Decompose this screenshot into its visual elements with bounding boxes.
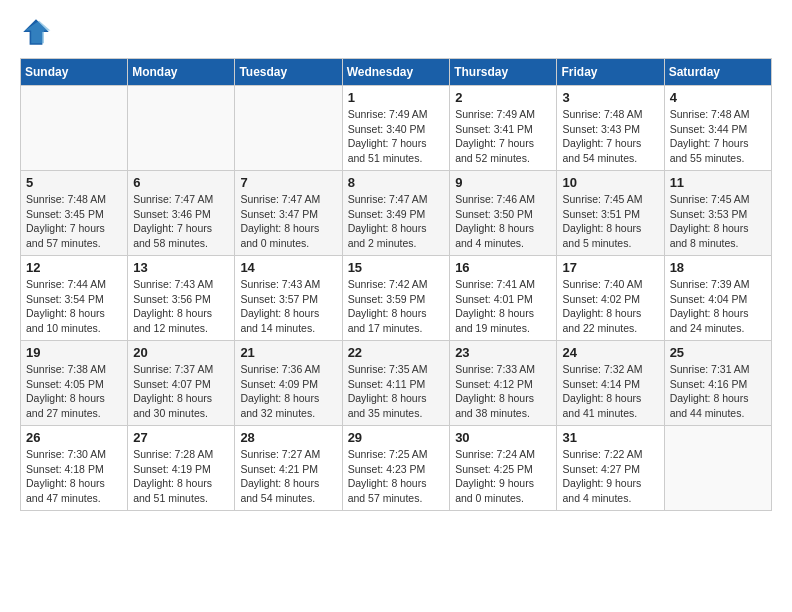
week-row-3: 12Sunrise: 7:44 AM Sunset: 3:54 PM Dayli… [21, 256, 772, 341]
day-info: Sunrise: 7:45 AM Sunset: 3:53 PM Dayligh… [670, 192, 766, 251]
day-cell: 10Sunrise: 7:45 AM Sunset: 3:51 PM Dayli… [557, 171, 664, 256]
day-cell: 18Sunrise: 7:39 AM Sunset: 4:04 PM Dayli… [664, 256, 771, 341]
day-header-thursday: Thursday [450, 59, 557, 86]
week-row-4: 19Sunrise: 7:38 AM Sunset: 4:05 PM Dayli… [21, 341, 772, 426]
day-cell: 23Sunrise: 7:33 AM Sunset: 4:12 PM Dayli… [450, 341, 557, 426]
day-cell: 19Sunrise: 7:38 AM Sunset: 4:05 PM Dayli… [21, 341, 128, 426]
week-row-1: 1Sunrise: 7:49 AM Sunset: 3:40 PM Daylig… [21, 86, 772, 171]
day-number: 9 [455, 175, 551, 190]
day-number: 19 [26, 345, 122, 360]
day-cell: 29Sunrise: 7:25 AM Sunset: 4:23 PM Dayli… [342, 426, 450, 511]
day-cell: 6Sunrise: 7:47 AM Sunset: 3:46 PM Daylig… [128, 171, 235, 256]
day-number: 11 [670, 175, 766, 190]
day-cell: 30Sunrise: 7:24 AM Sunset: 4:25 PM Dayli… [450, 426, 557, 511]
day-cell [235, 86, 342, 171]
day-number: 5 [26, 175, 122, 190]
day-info: Sunrise: 7:43 AM Sunset: 3:57 PM Dayligh… [240, 277, 336, 336]
day-number: 10 [562, 175, 658, 190]
day-cell: 31Sunrise: 7:22 AM Sunset: 4:27 PM Dayli… [557, 426, 664, 511]
day-cell: 21Sunrise: 7:36 AM Sunset: 4:09 PM Dayli… [235, 341, 342, 426]
day-cell: 17Sunrise: 7:40 AM Sunset: 4:02 PM Dayli… [557, 256, 664, 341]
day-info: Sunrise: 7:37 AM Sunset: 4:07 PM Dayligh… [133, 362, 229, 421]
day-number: 12 [26, 260, 122, 275]
day-info: Sunrise: 7:32 AM Sunset: 4:14 PM Dayligh… [562, 362, 658, 421]
day-info: Sunrise: 7:48 AM Sunset: 3:45 PM Dayligh… [26, 192, 122, 251]
day-number: 1 [348, 90, 445, 105]
day-number: 6 [133, 175, 229, 190]
day-info: Sunrise: 7:35 AM Sunset: 4:11 PM Dayligh… [348, 362, 445, 421]
day-cell: 26Sunrise: 7:30 AM Sunset: 4:18 PM Dayli… [21, 426, 128, 511]
day-cell [664, 426, 771, 511]
day-number: 31 [562, 430, 658, 445]
day-cell: 7Sunrise: 7:47 AM Sunset: 3:47 PM Daylig… [235, 171, 342, 256]
day-header-friday: Friday [557, 59, 664, 86]
logo [20, 16, 56, 48]
day-info: Sunrise: 7:48 AM Sunset: 3:44 PM Dayligh… [670, 107, 766, 166]
day-number: 30 [455, 430, 551, 445]
calendar-table: SundayMondayTuesdayWednesdayThursdayFrid… [20, 58, 772, 511]
day-number: 7 [240, 175, 336, 190]
day-info: Sunrise: 7:47 AM Sunset: 3:47 PM Dayligh… [240, 192, 336, 251]
day-number: 4 [670, 90, 766, 105]
day-info: Sunrise: 7:48 AM Sunset: 3:43 PM Dayligh… [562, 107, 658, 166]
days-header-row: SundayMondayTuesdayWednesdayThursdayFrid… [21, 59, 772, 86]
day-number: 28 [240, 430, 336, 445]
day-number: 25 [670, 345, 766, 360]
day-number: 24 [562, 345, 658, 360]
day-header-tuesday: Tuesday [235, 59, 342, 86]
day-header-saturday: Saturday [664, 59, 771, 86]
day-number: 8 [348, 175, 445, 190]
day-cell: 2Sunrise: 7:49 AM Sunset: 3:41 PM Daylig… [450, 86, 557, 171]
day-info: Sunrise: 7:36 AM Sunset: 4:09 PM Dayligh… [240, 362, 336, 421]
day-number: 2 [455, 90, 551, 105]
day-cell: 13Sunrise: 7:43 AM Sunset: 3:56 PM Dayli… [128, 256, 235, 341]
day-info: Sunrise: 7:40 AM Sunset: 4:02 PM Dayligh… [562, 277, 658, 336]
day-info: Sunrise: 7:42 AM Sunset: 3:59 PM Dayligh… [348, 277, 445, 336]
day-info: Sunrise: 7:43 AM Sunset: 3:56 PM Dayligh… [133, 277, 229, 336]
day-info: Sunrise: 7:33 AM Sunset: 4:12 PM Dayligh… [455, 362, 551, 421]
day-info: Sunrise: 7:47 AM Sunset: 3:49 PM Dayligh… [348, 192, 445, 251]
day-cell: 11Sunrise: 7:45 AM Sunset: 3:53 PM Dayli… [664, 171, 771, 256]
day-cell: 28Sunrise: 7:27 AM Sunset: 4:21 PM Dayli… [235, 426, 342, 511]
day-header-sunday: Sunday [21, 59, 128, 86]
day-cell: 25Sunrise: 7:31 AM Sunset: 4:16 PM Dayli… [664, 341, 771, 426]
day-info: Sunrise: 7:45 AM Sunset: 3:51 PM Dayligh… [562, 192, 658, 251]
day-number: 17 [562, 260, 658, 275]
day-info: Sunrise: 7:27 AM Sunset: 4:21 PM Dayligh… [240, 447, 336, 506]
day-info: Sunrise: 7:49 AM Sunset: 3:41 PM Dayligh… [455, 107, 551, 166]
day-cell: 8Sunrise: 7:47 AM Sunset: 3:49 PM Daylig… [342, 171, 450, 256]
day-number: 20 [133, 345, 229, 360]
day-number: 23 [455, 345, 551, 360]
day-info: Sunrise: 7:24 AM Sunset: 4:25 PM Dayligh… [455, 447, 551, 506]
day-cell [21, 86, 128, 171]
day-number: 22 [348, 345, 445, 360]
day-info: Sunrise: 7:47 AM Sunset: 3:46 PM Dayligh… [133, 192, 229, 251]
logo-icon [20, 16, 52, 48]
day-info: Sunrise: 7:39 AM Sunset: 4:04 PM Dayligh… [670, 277, 766, 336]
day-number: 15 [348, 260, 445, 275]
day-info: Sunrise: 7:38 AM Sunset: 4:05 PM Dayligh… [26, 362, 122, 421]
day-number: 14 [240, 260, 336, 275]
day-cell: 12Sunrise: 7:44 AM Sunset: 3:54 PM Dayli… [21, 256, 128, 341]
week-row-2: 5Sunrise: 7:48 AM Sunset: 3:45 PM Daylig… [21, 171, 772, 256]
day-header-wednesday: Wednesday [342, 59, 450, 86]
page-header [20, 16, 772, 48]
day-info: Sunrise: 7:25 AM Sunset: 4:23 PM Dayligh… [348, 447, 445, 506]
day-cell: 4Sunrise: 7:48 AM Sunset: 3:44 PM Daylig… [664, 86, 771, 171]
day-cell: 1Sunrise: 7:49 AM Sunset: 3:40 PM Daylig… [342, 86, 450, 171]
week-row-5: 26Sunrise: 7:30 AM Sunset: 4:18 PM Dayli… [21, 426, 772, 511]
day-cell: 16Sunrise: 7:41 AM Sunset: 4:01 PM Dayli… [450, 256, 557, 341]
day-cell [128, 86, 235, 171]
day-number: 16 [455, 260, 551, 275]
day-cell: 20Sunrise: 7:37 AM Sunset: 4:07 PM Dayli… [128, 341, 235, 426]
day-info: Sunrise: 7:49 AM Sunset: 3:40 PM Dayligh… [348, 107, 445, 166]
day-cell: 27Sunrise: 7:28 AM Sunset: 4:19 PM Dayli… [128, 426, 235, 511]
day-number: 21 [240, 345, 336, 360]
day-number: 26 [26, 430, 122, 445]
day-cell: 15Sunrise: 7:42 AM Sunset: 3:59 PM Dayli… [342, 256, 450, 341]
day-cell: 5Sunrise: 7:48 AM Sunset: 3:45 PM Daylig… [21, 171, 128, 256]
day-cell: 3Sunrise: 7:48 AM Sunset: 3:43 PM Daylig… [557, 86, 664, 171]
day-cell: 9Sunrise: 7:46 AM Sunset: 3:50 PM Daylig… [450, 171, 557, 256]
day-info: Sunrise: 7:41 AM Sunset: 4:01 PM Dayligh… [455, 277, 551, 336]
day-info: Sunrise: 7:46 AM Sunset: 3:50 PM Dayligh… [455, 192, 551, 251]
